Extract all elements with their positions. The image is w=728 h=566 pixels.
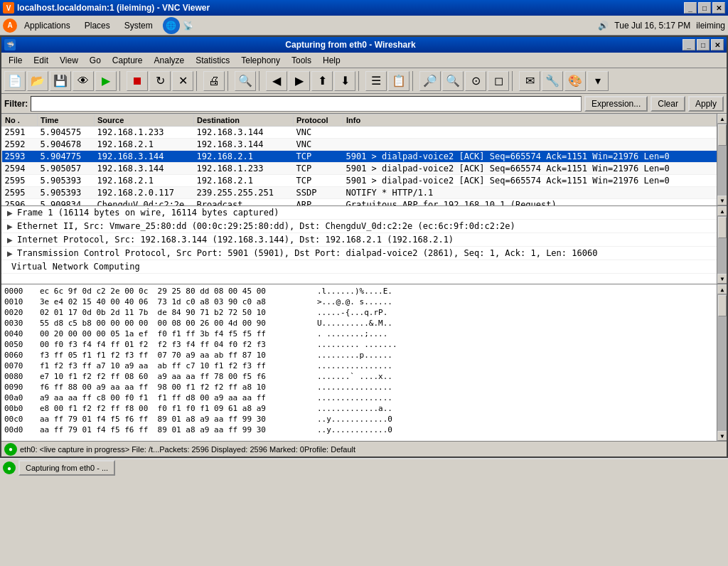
- resize-columns-button[interactable]: ◻: [488, 71, 509, 91]
- wireshark-window: 🦈 Capturing from eth0 - Wireshark _ □ ✕ …: [0, 36, 728, 458]
- taskbar-system[interactable]: System: [120, 19, 157, 32]
- packet-table: No . Time Source Destination Protocol In…: [1, 114, 717, 205]
- detail-row[interactable]: ▶Ethernet II, Src: Vmware_25:80:dd (00:0…: [1, 220, 717, 233]
- summary-button[interactable]: ☰: [365, 71, 387, 91]
- ws-close-button[interactable]: ✕: [711, 39, 724, 50]
- table-cell: 192.168.3.144: [95, 151, 194, 163]
- find-button[interactable]: 🔍: [235, 71, 256, 91]
- table-row[interactable]: 25915.904575192.168.1.233192.168.3.144VN…: [2, 127, 717, 139]
- start-capture-button[interactable]: ▶: [95, 71, 117, 91]
- apply-filter-button[interactable]: Apply: [688, 96, 724, 112]
- hex-scroll-track: [717, 294, 727, 431]
- zoom-reset-button[interactable]: ⊙: [465, 71, 486, 91]
- ws-minimize-button[interactable]: _: [682, 39, 695, 50]
- zoom-out-button[interactable]: 🔍: [442, 71, 464, 91]
- packet-list-scrollbar[interactable]: ▲ ▼: [717, 114, 727, 205]
- scroll-up-arrow[interactable]: ▲: [717, 114, 727, 124]
- taskbar-wireshark-button[interactable]: Capturing from eth0 - ...: [18, 460, 115, 476]
- table-cell: 5901 > dialpad-voice2 [ACK] Seq=665574 A…: [343, 175, 717, 187]
- hex-scrollbar[interactable]: ▲ ▼: [717, 284, 727, 441]
- table-row[interactable]: 25945.905057192.168.3.144192.168.1.233TC…: [2, 163, 717, 175]
- table-cell: 192.168.2.1: [194, 175, 294, 187]
- menu-view[interactable]: View: [54, 54, 84, 67]
- auto-scroll-button[interactable]: 🔧: [542, 71, 563, 91]
- menu-analyze[interactable]: Analyze: [149, 54, 191, 67]
- clear-capture-button[interactable]: ✕: [172, 71, 193, 91]
- stop-capture-button[interactable]: ⏹: [127, 71, 148, 91]
- menu-help[interactable]: Help: [317, 54, 346, 67]
- table-cell: 239.255.255.251: [194, 187, 294, 199]
- new-button[interactable]: 📄: [4, 71, 26, 91]
- filter-input[interactable]: [31, 96, 582, 112]
- expression-button[interactable]: Expression...: [584, 96, 648, 112]
- detail-row[interactable]: ▶Transmission Control Protocol, Src Port…: [1, 247, 717, 260]
- table-row[interactable]: 25935.904775192.168.3.144192.168.2.1TCP5…: [2, 151, 717, 163]
- detail-scroll-track: [717, 216, 727, 274]
- hex-ascii: ................: [317, 393, 392, 402]
- ws-maximize-button[interactable]: □: [697, 39, 710, 50]
- packet-detail-scrollbar[interactable]: ▲ ▼: [717, 206, 727, 284]
- table-cell: NOTIFY * HTTP/1.1: [343, 187, 717, 199]
- menu-file[interactable]: File: [3, 54, 28, 67]
- colorize-button[interactable]: ✉: [519, 71, 540, 91]
- vnc-maximize-button[interactable]: □: [698, 2, 711, 14]
- detail-triangle: ▶: [7, 209, 13, 217]
- last-packet-button[interactable]: ⬇: [334, 71, 355, 91]
- table-row[interactable]: 25955.905393192.168.2.0.117239.255.255.2…: [2, 187, 717, 199]
- print-button[interactable]: 🖨: [203, 71, 225, 91]
- hex-scroll-down[interactable]: ▼: [717, 431, 727, 441]
- next-packet-button[interactable]: ▶: [289, 71, 310, 91]
- hex-scroll-up[interactable]: ▲: [717, 284, 727, 294]
- taskbar-applications[interactable]: Applications: [20, 19, 75, 32]
- vnc-minimize-button[interactable]: _: [684, 2, 697, 14]
- detail-text: Ethernet II, Src: Vmware_25:80:dd (00:0c…: [17, 221, 515, 231]
- clear-filter-button[interactable]: Clear: [651, 96, 685, 112]
- hex-bytes: f3 ff 05 f1 f1 f2 f3 ff 07 70 a9 aa ab f…: [40, 351, 317, 360]
- hex-offset: 0090: [4, 383, 40, 392]
- zoom-in-button[interactable]: 🔎: [419, 71, 441, 91]
- detail-scroll-down[interactable]: ▼: [717, 274, 727, 284]
- menu-bar: File Edit View Go Capture Analyze Statis…: [1, 53, 727, 68]
- detail-scroll-thumb[interactable]: [718, 217, 727, 238]
- table-cell: 2591: [2, 127, 38, 139]
- vnc-close-button[interactable]: ✕: [712, 2, 725, 14]
- more-button[interactable]: ▾: [587, 71, 609, 91]
- menu-capture[interactable]: Capture: [107, 54, 149, 67]
- restart-capture-button[interactable]: ↻: [149, 71, 171, 91]
- detail-scroll-up[interactable]: ▲: [717, 206, 727, 216]
- taskbar-places[interactable]: Places: [80, 19, 114, 32]
- os-icon: A: [3, 18, 17, 33]
- detail-row[interactable]: ▶Internet Protocol, Src: 192.168.3.144 (…: [1, 233, 717, 247]
- protocol-button[interactable]: 📋: [388, 71, 410, 91]
- table-row[interactable]: 25955.905393192.168.2.1192.168.2.1TCP590…: [2, 175, 717, 187]
- capture-options-button[interactable]: 👁: [73, 71, 94, 91]
- table-row[interactable]: 25965.909834ChengduV_0d:c2:2eBroadcastAR…: [2, 199, 717, 206]
- hex-ascii: .............a..: [317, 404, 392, 413]
- prev-packet-button[interactable]: ◀: [266, 71, 287, 91]
- hex-bytes: aa ff 79 01 f4 f5 f6 ff 89 01 a8 a9 aa f…: [40, 415, 317, 424]
- menu-tools[interactable]: Tools: [286, 54, 317, 67]
- table-cell: 2595: [2, 175, 38, 187]
- menu-statistics[interactable]: Statistics: [190, 54, 235, 67]
- first-packet-button[interactable]: ⬆: [311, 71, 333, 91]
- save-button[interactable]: 💾: [50, 71, 71, 91]
- hex-ascii: .l......)%....E.: [317, 287, 392, 296]
- hex-bytes: 02 01 17 0d 0b 2d 11 7b de 84 90 71 b2 7…: [40, 308, 317, 317]
- capture-status-icon: ●: [4, 443, 17, 456]
- hex-scroll-thumb[interactable]: [718, 295, 727, 316]
- menu-edit[interactable]: Edit: [28, 54, 54, 67]
- table-cell: TCP: [294, 175, 343, 187]
- menu-go[interactable]: Go: [84, 54, 107, 67]
- filter-label: Filter:: [4, 99, 28, 109]
- table-row[interactable]: 25925.904678192.168.2.1192.168.3.144VNC: [2, 139, 717, 151]
- detail-row[interactable]: ▶Frame 1 (16114 bytes on wire, 16114 byt…: [1, 206, 717, 220]
- vnc-icon: V: [3, 2, 14, 14]
- menu-telephony[interactable]: Telephony: [235, 54, 286, 67]
- table-cell: [343, 127, 717, 139]
- hex-ascii: >...@.@. s......: [317, 297, 392, 306]
- color-rules-button[interactable]: 🎨: [564, 71, 586, 91]
- detail-row[interactable]: Virtual Network Computing: [1, 260, 717, 274]
- scroll-thumb[interactable]: [718, 124, 727, 146]
- open-button[interactable]: 📂: [27, 71, 48, 91]
- scroll-down-arrow[interactable]: ▼: [717, 196, 727, 205]
